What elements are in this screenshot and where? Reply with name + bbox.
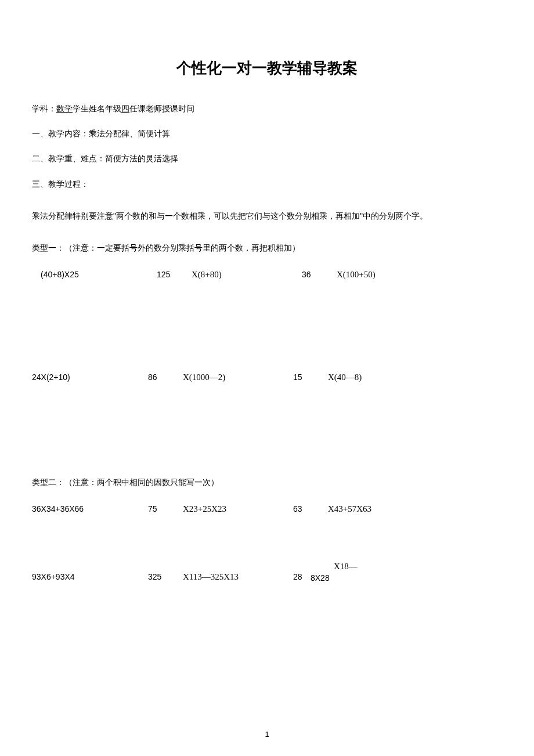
problem-cell: 28 <box>293 572 311 582</box>
problem-cell: 86 <box>148 372 183 382</box>
problem-row: 24X(2+10) 86 X(1000—2) 15 X(40—8) <box>32 372 502 382</box>
problem-cell: X(8+80) <box>192 270 302 280</box>
problem-cell: 325 <box>148 572 183 582</box>
problem-cell: 15 <box>293 372 328 382</box>
section-3: 三、教学过程： <box>32 177 502 191</box>
problem-row: 93X6+93X4 325 X113—325X13 28 X18— 8X28 <box>32 572 502 582</box>
page-number: 1 <box>0 730 534 739</box>
document-page: 个性化一对一教学辅导教案 学科：数学学生姓名年级四任课老师授课时间 一、教学内容… <box>0 0 534 698</box>
intro-text: 乘法分配律特别要注意"两个数的和与一个数相乘，可以先把它们与这个数分别相乘，再相… <box>32 209 502 223</box>
problem-cell: X(100+50) <box>337 270 424 280</box>
problem-cell: X(40—8) <box>328 372 415 382</box>
problem-row: 36X34+36X66 75 X23+25X23 63 X43+57X63 <box>32 504 502 514</box>
problem-cell: 36X34+36X66 <box>32 504 148 514</box>
problem-cell: X43+57X63 <box>328 504 415 514</box>
header-grade: 四 <box>121 104 129 113</box>
section-1: 一、教学内容：乘法分配律、简便计算 <box>32 126 502 141</box>
page-title: 个性化一对一教学辅导教案 <box>32 58 502 78</box>
problem-cell: 36 <box>302 270 337 280</box>
problem-cell-stacked: X18— 8X28 <box>311 572 398 582</box>
header-line: 学科：数学学生姓名年级四任课老师授课时间 <box>32 102 502 116</box>
problem-cell: (40+8)X25 <box>41 270 157 280</box>
problem-row: (40+8)X25 125 X(8+80) 36 X(100+50) <box>32 270 502 280</box>
problem-cell: X23+25X23 <box>183 504 293 514</box>
problem-cell: X(1000—2) <box>183 372 293 382</box>
problem-cell: 63 <box>293 504 328 514</box>
header-end: 任课老师授课时间 <box>129 104 194 113</box>
header-prefix: 学科： <box>32 104 56 113</box>
problem-cell: 75 <box>148 504 183 514</box>
type2-label: 类型二：（注意：两个积中相同的因数只能写一次） <box>32 475 502 490</box>
type1-label: 类型一：（注意：一定要括号外的数分别乘括号里的两个数，再把积相加） <box>32 241 502 255</box>
stack-bot: 8X28 <box>311 573 330 583</box>
problem-cell: 24X(2+10) <box>32 372 148 382</box>
problem-cell: X113—325X13 <box>183 572 293 582</box>
problem-cell: 125 <box>157 270 192 280</box>
section-2: 二、教学重、难点：简便方法的灵活选择 <box>32 151 502 166</box>
header-subject: 数学 <box>56 104 73 113</box>
stack-top: X18— <box>334 562 358 571</box>
problem-cell: 93X6+93X4 <box>32 572 148 582</box>
header-suffix: 学生姓名年级 <box>73 104 121 113</box>
